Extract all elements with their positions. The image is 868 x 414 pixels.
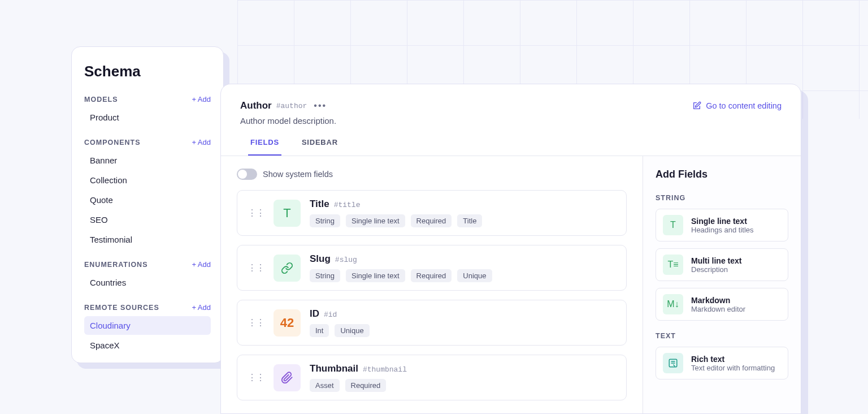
- field-title: Thumbnail: [310, 363, 358, 374]
- section-label: ENUMERATIONS: [84, 261, 147, 269]
- field-title: Slug: [310, 253, 331, 265]
- field-type-icon: 42: [274, 309, 301, 337]
- field-tags: AssetRequired: [310, 379, 407, 392]
- field-id: #thumbnail: [363, 365, 407, 374]
- model-id: #author: [276, 102, 307, 110]
- model-header: Author #author ••• Go to content editing…: [221, 84, 801, 156]
- field-tag: Unique: [457, 269, 492, 282]
- section-header-remote-sources: REMOTE SOURCES + Add: [84, 303, 211, 312]
- section-label: COMPONENTS: [84, 139, 141, 146]
- drag-handle-icon[interactable]: ⋮⋮: [248, 210, 264, 216]
- drag-handle-icon[interactable]: ⋮⋮: [248, 320, 264, 326]
- field-type-title: Single line text: [691, 217, 754, 226]
- add-component-button[interactable]: + Add: [192, 138, 211, 146]
- tab-fields[interactable]: FIELDS: [248, 138, 281, 156]
- section-header-components: COMPONENTS + Add: [84, 138, 211, 146]
- field-type-icon: T≡: [663, 255, 683, 275]
- field-type-option[interactable]: Rich textText editor with formatting: [656, 347, 788, 380]
- add-fields-title: Add Fields: [656, 169, 788, 180]
- field-id: #title: [334, 201, 361, 209]
- model-description: Author model description.: [240, 116, 782, 126]
- add-model-button[interactable]: + Add: [192, 95, 211, 104]
- sidebar-title: Schema: [84, 63, 211, 80]
- field-type-option[interactable]: TSingle line textHeadings and titles: [656, 209, 788, 241]
- add-fields-group-label: TEXT: [656, 332, 788, 340]
- sidebar-item-quote[interactable]: Quote: [84, 191, 211, 209]
- field-tag: Title: [457, 214, 482, 227]
- sidebar-item-product[interactable]: Product: [84, 108, 211, 127]
- sidebar-item-spacex[interactable]: SpaceX: [84, 336, 211, 355]
- show-system-fields-row: Show system fields: [237, 169, 627, 180]
- sidebar-item-collection[interactable]: Collection: [84, 171, 211, 189]
- field-type-description: Text editor with formatting: [691, 364, 775, 372]
- field-tags: StringSingle line textRequiredUnique: [310, 269, 492, 282]
- field-tags: IntUnique: [310, 324, 370, 337]
- field-tag: Single line text: [346, 269, 405, 282]
- field-type-description: Markdown editor: [691, 305, 745, 313]
- field-tags: StringSingle line textRequiredTitle: [310, 214, 482, 227]
- add-fields-group-label: STRING: [656, 194, 788, 202]
- model-title: Author: [240, 100, 272, 111]
- field-type-option[interactable]: M↓MarkdownMarkdown editor: [656, 288, 788, 321]
- field-id: #slug: [335, 256, 357, 264]
- add-fields-column: Add Fields STRINGTSingle line textHeadin…: [643, 156, 801, 413]
- model-tabs: FIELDS SIDEBAR: [240, 138, 782, 156]
- field-type-description: Headings and titles: [691, 226, 754, 234]
- more-options-button[interactable]: •••: [314, 101, 327, 111]
- field-tag: Required: [411, 214, 452, 227]
- field-title: Title: [310, 199, 329, 210]
- field-card[interactable]: ⋮⋮TTitle#titleStringSingle line textRequ…: [237, 190, 627, 236]
- sidebar-item-cloudinary[interactable]: Cloudinary: [84, 316, 211, 335]
- field-type-title: Multi line text: [691, 256, 741, 265]
- field-tag: String: [310, 269, 340, 282]
- drag-handle-icon[interactable]: ⋮⋮: [248, 375, 264, 381]
- field-type-title: Markdown: [691, 296, 745, 305]
- field-tag: Unique: [335, 324, 369, 337]
- field-type-description: Description: [691, 265, 741, 274]
- section-label: REMOTE SOURCES: [84, 304, 159, 312]
- section-header-enumerations: ENUMERATIONS + Add: [84, 260, 211, 269]
- edit-icon: [692, 101, 701, 110]
- toggle-label: Show system fields: [263, 170, 333, 179]
- go-to-content-editing-link[interactable]: Go to content editing: [692, 101, 782, 110]
- field-card[interactable]: ⋮⋮Slug#slugStringSingle line textRequire…: [237, 245, 627, 291]
- field-id: #id: [324, 310, 337, 319]
- section-label: MODELS: [84, 96, 118, 104]
- model-panel: Author #author ••• Go to content editing…: [220, 84, 801, 414]
- field-tag: Asset: [310, 379, 340, 392]
- field-type-icon: T: [663, 215, 683, 235]
- field-type-icon: [663, 353, 683, 373]
- field-type-icon: M↓: [663, 294, 683, 314]
- sidebar-item-countries[interactable]: Countries: [84, 273, 211, 292]
- go-link-label: Go to content editing: [706, 101, 782, 110]
- field-tag: Single line text: [346, 214, 405, 227]
- field-card[interactable]: ⋮⋮Thumbnail#thumbnailAssetRequired: [237, 355, 627, 400]
- field-tag: String: [310, 214, 340, 227]
- field-type-icon: T: [274, 200, 301, 227]
- field-type-title: Rich text: [691, 355, 775, 364]
- add-remote-source-button[interactable]: + Add: [192, 303, 211, 312]
- field-title: ID: [310, 308, 319, 320]
- field-card[interactable]: ⋮⋮42ID#idIntUnique: [237, 300, 627, 346]
- field-type-option[interactable]: T≡Multi line textDescription: [656, 248, 788, 281]
- field-type-icon: [274, 255, 301, 282]
- section-header-models: MODELS + Add: [84, 95, 211, 104]
- drag-handle-icon[interactable]: ⋮⋮: [248, 265, 264, 271]
- sidebar-item-banner[interactable]: Banner: [84, 151, 211, 170]
- tab-sidebar[interactable]: SIDEBAR: [300, 138, 340, 156]
- fields-column: Show system fields ⋮⋮TTitle#titleStringS…: [221, 156, 643, 413]
- field-tag: Required: [345, 379, 387, 392]
- field-tag: Int: [310, 324, 329, 337]
- sidebar-item-seo[interactable]: SEO: [84, 210, 211, 229]
- show-system-fields-toggle[interactable]: [237, 169, 257, 180]
- field-type-icon: [274, 364, 301, 391]
- schema-sidebar: Schema MODELS + Add Product COMPONENTS +…: [71, 46, 224, 363]
- field-tag: Required: [411, 269, 452, 282]
- sidebar-item-testimonial[interactable]: Testimonial: [84, 230, 211, 249]
- add-enumeration-button[interactable]: + Add: [192, 260, 211, 269]
